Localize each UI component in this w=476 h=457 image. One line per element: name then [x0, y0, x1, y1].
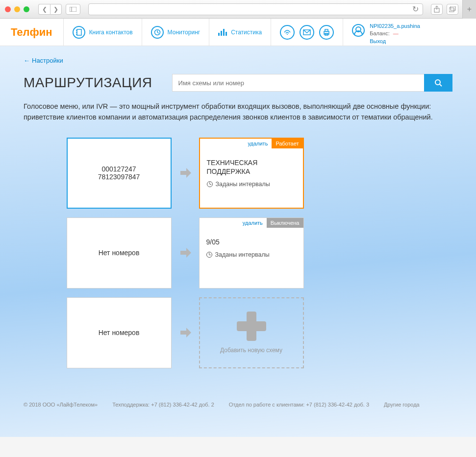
user-icon — [352, 24, 365, 37]
nav-stats[interactable]: Статистика — [209, 19, 271, 46]
nav-monitoring-label: Мониторинг — [168, 29, 200, 36]
wifi-icon[interactable] — [280, 25, 295, 40]
share-button[interactable] — [431, 4, 443, 15]
footer-clients: Отдел по работе с клиентами: +7 (812) 33… — [229, 402, 369, 408]
browser-chrome: ❮ ❯ ↻ + — [0, 0, 476, 19]
monitoring-icon — [151, 26, 164, 39]
delete-link[interactable]: удалить — [244, 139, 272, 148]
nav-monitoring[interactable]: Мониторинг — [142, 19, 210, 46]
svg-point-11 — [287, 34, 288, 35]
balance-value: — — [393, 30, 399, 36]
svg-marker-19 — [180, 248, 191, 258]
svg-rect-14 — [325, 29, 328, 31]
mail-icon[interactable] — [300, 25, 314, 40]
minimize-window-icon[interactable] — [14, 6, 20, 12]
back-settings-link[interactable]: ← Настройки — [24, 57, 63, 64]
url-bar[interactable]: ↻ — [88, 3, 423, 15]
nav-stats-label: Статистика — [231, 29, 262, 36]
svg-marker-18 — [180, 168, 191, 178]
user-block: NPI02235_a.pushina Баланс: — Выход — [343, 19, 429, 46]
add-scheme-button[interactable]: Добавить новую схему — [199, 297, 304, 368]
svg-marker-20 — [180, 328, 191, 337]
svg-point-16 — [435, 80, 440, 85]
intervals-row: Заданы интервалы — [207, 181, 296, 188]
scheme-card[interactable]: удалить Работает ТЕХНИЧЕСКАЯ ПОДДЕРЖКА З… — [199, 138, 304, 209]
svg-rect-0 — [70, 7, 76, 12]
arrow-right-icon — [178, 166, 192, 180]
search-icon — [434, 79, 442, 87]
arrow-left-icon: ← — [24, 57, 30, 64]
number-line: 78123097847 — [98, 173, 140, 181]
contacts-icon — [73, 26, 85, 39]
clock-icon — [207, 181, 213, 187]
status-badge: Выключена — [267, 218, 303, 228]
arrow-right-icon — [178, 326, 192, 339]
routing-row: Нет номеров Добавить новую схему — [67, 297, 410, 368]
scheme-card[interactable]: удалить Выключена 9/05 Заданы интервалы — [199, 217, 304, 289]
routing-row: 000127247 78123097847 удалить Работает Т… — [67, 138, 410, 209]
intervals-label: Заданы интервалы — [215, 251, 270, 258]
scheme-title: ТЕХНИЧЕСКАЯ ПОДДЕРЖКА — [207, 158, 296, 176]
svg-rect-4 — [449, 8, 454, 12]
user-login-link[interactable]: NPI02235_a.pushina — [370, 23, 420, 30]
intervals-label: Заданы интервалы — [216, 181, 270, 188]
balance: Баланс: — — [370, 30, 420, 37]
numbers-card[interactable]: Нет номеров — [67, 217, 172, 289]
no-numbers-label: Нет номеров — [99, 329, 140, 337]
forward-button[interactable]: ❯ — [50, 4, 62, 15]
stats-icon — [218, 29, 227, 36]
footer-cities[interactable]: Другие города — [384, 402, 420, 408]
delete-link[interactable]: удалить — [239, 218, 267, 228]
search-button[interactable] — [424, 74, 452, 92]
scheme-title: 9/05 — [206, 238, 297, 246]
footer: © 2018 ООО «ЛайфТелеком» Техподдержка: +… — [0, 392, 476, 417]
number-line: 000127247 — [101, 165, 136, 173]
back-button[interactable]: ❮ — [38, 4, 50, 15]
logout-link[interactable]: Выход — [370, 38, 420, 45]
close-window-icon[interactable] — [5, 6, 11, 12]
routing-rows: 000127247 78123097847 удалить Работает Т… — [67, 138, 410, 368]
nav-back-forward: ❮ ❯ — [38, 4, 62, 15]
sidebar-toggle[interactable] — [66, 4, 80, 15]
logo[interactable]: Телфин — [0, 19, 64, 46]
plus-icon — [237, 312, 266, 341]
nav-contacts[interactable]: Книга контактов — [64, 19, 142, 46]
intervals-row: Заданы интервалы — [206, 251, 297, 258]
nav-contacts-label: Книга контактов — [89, 29, 133, 36]
no-numbers-label: Нет номеров — [99, 249, 140, 257]
search-input[interactable] — [172, 74, 424, 92]
description-text: Голосовое меню, или IVR — это мощный инс… — [24, 101, 452, 123]
balance-label: Баланс: — [370, 30, 390, 36]
quick-icons — [271, 19, 343, 46]
window-controls — [5, 6, 29, 12]
fax-icon[interactable] — [319, 25, 334, 40]
arrow-right-icon — [178, 246, 192, 260]
page-title: МАРШРУТИЗАЦИЯ — [24, 75, 152, 91]
routing-row: Нет номеров удалить Выключена 9/05 Задан… — [67, 217, 410, 289]
new-tab-button[interactable]: + — [462, 0, 476, 19]
footer-support: Техподдержка: +7 (812) 336-42-42 доб. 2 — [112, 402, 214, 408]
tabs-button[interactable] — [447, 4, 458, 15]
reload-icon[interactable]: ↻ — [412, 4, 419, 14]
svg-line-17 — [440, 84, 442, 86]
add-scheme-label: Добавить новую схему — [220, 347, 282, 354]
svg-rect-5 — [451, 6, 455, 10]
topbar: Телфин Книга контактов Мониторинг Статис… — [0, 19, 476, 46]
maximize-window-icon[interactable] — [24, 6, 29, 12]
numbers-card[interactable]: 000127247 78123097847 — [67, 138, 172, 209]
footer-copyright: © 2018 ООО «ЛайфТелеком» — [24, 402, 98, 408]
clock-icon — [206, 252, 212, 258]
status-badge: Работает — [272, 139, 302, 148]
search — [172, 74, 452, 92]
svg-rect-6 — [77, 29, 81, 35]
numbers-card[interactable]: Нет номеров — [67, 297, 172, 368]
back-link-label: Настройки — [32, 57, 63, 64]
